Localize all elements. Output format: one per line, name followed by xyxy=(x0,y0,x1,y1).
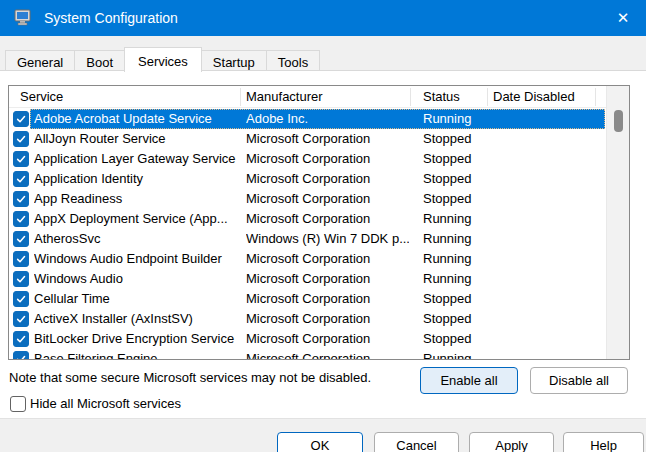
manufacturer-cell: Microsoft Corporation xyxy=(246,269,409,289)
service-name-cell: BitLocker Drive Encryption Service xyxy=(34,329,240,349)
service-row[interactable]: Cellular Time Microsoft Corporation Stop… xyxy=(9,289,605,309)
service-checkbox[interactable] xyxy=(13,211,29,227)
service-name-cell: Base Filtering Engine xyxy=(34,349,240,359)
check-icon xyxy=(15,293,27,305)
manufacturer-cell: Microsoft Corporation xyxy=(246,329,409,349)
tab-strip: General Boot Services Startup Tools xyxy=(0,36,646,71)
manufacturer-cell: Windows (R) Win 7 DDK p... xyxy=(246,229,409,249)
ok-button[interactable]: OK xyxy=(277,432,363,452)
tab-general[interactable]: General xyxy=(5,50,75,71)
help-button[interactable]: Help xyxy=(563,432,644,452)
manufacturer-cell: Microsoft Corporation xyxy=(246,169,409,189)
check-icon xyxy=(15,113,27,125)
manufacturer-cell: Microsoft Corporation xyxy=(246,289,409,309)
status-cell: Stopped xyxy=(423,129,503,149)
column-header-manufacturer[interactable]: Manufacturer xyxy=(246,86,323,108)
service-checkbox[interactable] xyxy=(13,291,29,307)
apply-button[interactable]: Apply xyxy=(469,432,554,452)
service-checkbox[interactable] xyxy=(13,191,29,207)
status-cell: Stopped xyxy=(423,169,503,189)
hide-microsoft-services-control[interactable]: Hide all Microsoft services xyxy=(10,396,181,412)
check-icon xyxy=(15,333,27,345)
column-header-date-disabled[interactable]: Date Disabled xyxy=(493,86,575,108)
cancel-button[interactable]: Cancel xyxy=(374,432,459,452)
check-icon xyxy=(15,313,27,325)
manufacturer-cell: Microsoft Corporation xyxy=(246,349,409,359)
check-icon xyxy=(15,133,27,145)
disable-all-button[interactable]: Disable all xyxy=(530,367,628,394)
tab-services[interactable]: Services xyxy=(124,47,202,72)
manufacturer-cell: Microsoft Corporation xyxy=(246,309,409,329)
column-divider[interactable] xyxy=(595,88,596,106)
services-table-header: Service Manufacturer Status Date Disable… xyxy=(9,86,629,108)
services-tab-page: Service Manufacturer Status Date Disable… xyxy=(0,70,646,418)
service-row[interactable]: App Readiness Microsoft Corporation Stop… xyxy=(9,189,605,209)
service-row[interactable]: Adobe Acrobat Update Service Adobe Inc. … xyxy=(9,109,605,129)
check-icon xyxy=(15,193,27,205)
service-row[interactable]: ActiveX Installer (AxInstSV) Microsoft C… xyxy=(9,309,605,329)
service-checkbox[interactable] xyxy=(13,151,29,167)
service-checkbox[interactable] xyxy=(13,271,29,287)
service-row[interactable]: Windows Audio Microsoft Corporation Runn… xyxy=(9,269,605,289)
service-checkbox[interactable] xyxy=(13,331,29,347)
service-row[interactable]: Application Layer Gateway Service Micros… xyxy=(9,149,605,169)
service-checkbox[interactable] xyxy=(13,351,29,359)
service-name-cell: AppX Deployment Service (App... xyxy=(34,209,240,229)
service-row[interactable]: Application Identity Microsoft Corporati… xyxy=(9,169,605,189)
service-checkbox[interactable] xyxy=(13,111,29,127)
window-title: System Configuration xyxy=(44,10,178,26)
services-table: Service Manufacturer Status Date Disable… xyxy=(8,85,630,360)
titlebar: System Configuration ✕ xyxy=(0,0,646,36)
tab-tools[interactable]: Tools xyxy=(266,50,320,71)
service-name-cell: Cellular Time xyxy=(34,289,240,309)
manufacturer-cell: Microsoft Corporation xyxy=(246,149,409,169)
service-row[interactable]: AtherosSvc Windows (R) Win 7 DDK p... Ru… xyxy=(9,229,605,249)
check-icon xyxy=(15,153,27,165)
secure-services-note: Note that some secure Microsoft services… xyxy=(9,370,371,385)
hide-microsoft-services-label: Hide all Microsoft services xyxy=(30,396,181,412)
hide-microsoft-services-checkbox[interactable] xyxy=(10,396,26,412)
services-row-list: Adobe Acrobat Update Service Adobe Inc. … xyxy=(9,109,605,359)
check-icon xyxy=(15,173,27,185)
status-cell: Running xyxy=(423,249,503,269)
manufacturer-cell: Microsoft Corporation xyxy=(246,209,409,229)
enable-all-button[interactable]: Enable all xyxy=(420,367,518,394)
column-header-status[interactable]: Status xyxy=(423,86,460,108)
check-icon xyxy=(15,233,27,245)
service-row[interactable]: AllJoyn Router Service Microsoft Corpora… xyxy=(9,129,605,149)
column-divider[interactable] xyxy=(410,88,411,106)
service-row[interactable]: Windows Audio Endpoint Builder Microsoft… xyxy=(9,249,605,269)
column-divider[interactable] xyxy=(487,88,488,106)
service-row[interactable]: BitLocker Drive Encryption Service Micro… xyxy=(9,329,605,349)
vertical-scrollbar[interactable] xyxy=(606,86,629,359)
service-checkbox[interactable] xyxy=(13,311,29,327)
service-checkbox[interactable] xyxy=(13,231,29,247)
msconfig-monitor-icon xyxy=(14,9,34,27)
service-name-cell: ActiveX Installer (AxInstSV) xyxy=(34,309,240,329)
status-cell: Stopped xyxy=(423,329,503,349)
check-icon xyxy=(15,213,27,225)
service-row[interactable]: AppX Deployment Service (App... Microsof… xyxy=(9,209,605,229)
scrollbar-thumb[interactable] xyxy=(614,110,623,132)
tab-startup[interactable]: Startup xyxy=(201,50,267,71)
status-cell: Stopped xyxy=(423,189,503,209)
service-checkbox[interactable] xyxy=(13,131,29,147)
status-cell: Running xyxy=(423,269,503,289)
column-header-service[interactable]: Service xyxy=(20,86,63,108)
service-name-cell: App Readiness xyxy=(34,189,240,209)
manufacturer-cell: Microsoft Corporation xyxy=(246,189,409,209)
manufacturer-cell: Microsoft Corporation xyxy=(246,249,409,269)
service-row[interactable]: Base Filtering Engine Microsoft Corporat… xyxy=(9,349,605,359)
status-cell: Stopped xyxy=(423,149,503,169)
service-name-cell: Application Identity xyxy=(34,169,240,189)
status-cell: Stopped xyxy=(423,309,503,329)
service-checkbox[interactable] xyxy=(13,171,29,187)
status-cell: Stopped xyxy=(423,289,503,309)
close-icon[interactable]: ✕ xyxy=(600,0,646,36)
tab-boot[interactable]: Boot xyxy=(74,50,125,71)
dialog-button-bar: OK Cancel Apply Help xyxy=(0,418,646,452)
column-divider[interactable] xyxy=(240,88,241,106)
service-checkbox[interactable] xyxy=(13,251,29,267)
service-name-cell: Application Layer Gateway Service xyxy=(34,149,240,169)
service-name-cell: AllJoyn Router Service xyxy=(34,129,240,149)
